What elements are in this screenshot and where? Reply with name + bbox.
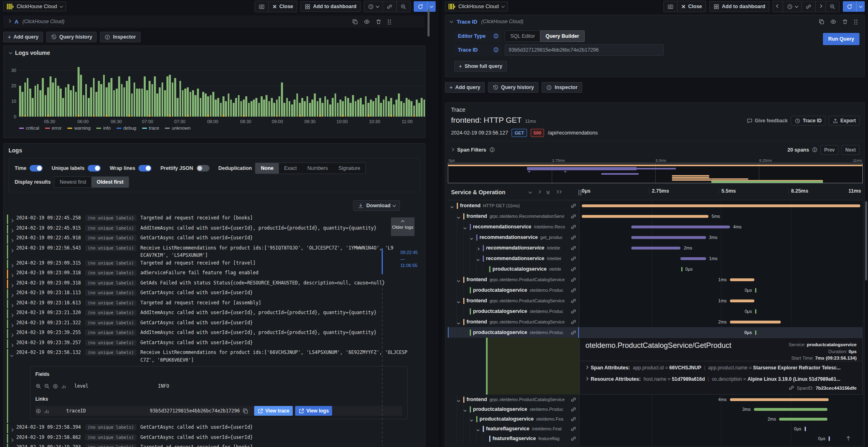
time-shift-back-button[interactable] bbox=[773, 1, 783, 12]
chevron-down-icon[interactable] bbox=[458, 213, 462, 219]
span-name-cell[interactable]: recommendationservice/otelde bbox=[448, 243, 579, 253]
log-row[interactable]: 2024-02-19 09:23:39.255(no unique labels… bbox=[6, 329, 395, 339]
span-attributes-row[interactable]: Span Attributes:app.product.id = 66VCHSJ… bbox=[585, 365, 857, 371]
chevron-right-icon[interactable] bbox=[11, 434, 16, 444]
add-to-dashboard-button[interactable]: Add to dashboard bbox=[709, 1, 769, 12]
span-name-cell[interactable]: recommendationserviceget_produc bbox=[448, 232, 579, 243]
span-event-tick[interactable] bbox=[681, 267, 682, 271]
log-row[interactable]: 2024-02-19 09:23:39.257(no unique labels… bbox=[6, 339, 395, 349]
zoom-out-button[interactable] bbox=[826, 1, 839, 12]
chevron-right-icon[interactable] bbox=[477, 245, 482, 251]
chevron-right-icon[interactable] bbox=[11, 309, 16, 319]
add-query-button[interactable]: +Add query bbox=[3, 32, 43, 42]
span-link-icon[interactable] bbox=[569, 416, 577, 422]
span-row[interactable]: recommendationservice/otelde2ms bbox=[448, 243, 863, 253]
unique-labels-toggle[interactable] bbox=[88, 165, 101, 171]
dedup-none[interactable]: None bbox=[255, 163, 279, 174]
trace-id-button[interactable]: Trace ID bbox=[791, 116, 825, 126]
span-name-cell[interactable]: productcatalogserviceoteldemo.Fea bbox=[448, 414, 579, 424]
legend-item-unknown[interactable]: unknown bbox=[165, 126, 190, 130]
legend-item-warning[interactable]: warning bbox=[67, 126, 91, 130]
span-row[interactable]: frontendgrpc.oteldemo.ProductCatalogServ… bbox=[448, 295, 863, 306]
span-link-icon[interactable] bbox=[569, 213, 577, 219]
share-link-button[interactable] bbox=[383, 1, 397, 12]
span-name-cell[interactable]: recommendationservice/oteldemo.Reco bbox=[448, 221, 579, 232]
span-row[interactable]: productcatalogserviceoteldemo.Produc0μs bbox=[448, 285, 863, 295]
chevron-down-icon[interactable] bbox=[464, 224, 469, 230]
pane-divider[interactable] bbox=[439, 0, 442, 447]
logs-volume-title[interactable]: Logs volume bbox=[9, 50, 50, 56]
field-row-level[interactable]: levelINFO bbox=[35, 382, 402, 391]
chevron-down-icon[interactable] bbox=[477, 256, 482, 262]
query-history-button[interactable]: Query history bbox=[46, 32, 97, 42]
span-duration-bar[interactable] bbox=[680, 257, 706, 260]
span-duration-bar[interactable] bbox=[754, 408, 827, 411]
log-row[interactable]: 2024-02-19 09:23:18.113(no unique labels… bbox=[6, 289, 395, 299]
download-button[interactable]: Download bbox=[353, 200, 400, 211]
span-link-icon[interactable] bbox=[569, 406, 577, 412]
resource-attributes-row[interactable]: Resource Attributes:host.name = 51d7989a… bbox=[585, 376, 857, 382]
chevron-down-icon[interactable] bbox=[458, 397, 462, 403]
logs-volume-chart[interactable]: 010203005:3006:0006:3007:0007:3008:0008:… bbox=[19, 67, 426, 117]
dedup-exact[interactable]: Exact bbox=[279, 163, 302, 174]
delete-query-icon[interactable] bbox=[376, 19, 382, 25]
span-name-cell[interactable]: frontendgrpc.oteldemo.RecommendationServ… bbox=[448, 211, 579, 221]
datasource-picker[interactable]: ClickHouse Cloud bbox=[3, 2, 66, 11]
datasource-picker[interactable]: ClickHouse Cloud bbox=[445, 2, 508, 11]
inspector-button[interactable]: Inspector bbox=[100, 32, 140, 42]
run-query-button[interactable]: Run Query bbox=[823, 33, 859, 45]
view-logs-button[interactable]: View logs bbox=[295, 406, 332, 416]
span-link-icon[interactable] bbox=[569, 436, 577, 442]
span-row[interactable]: recommendationservice/oteldemo.Reco4ms bbox=[448, 221, 863, 232]
target-icon[interactable] bbox=[35, 408, 41, 414]
split-pane-button[interactable] bbox=[664, 1, 678, 12]
span-name-cell[interactable]: productcatalogserviceoteldemo.Produc bbox=[448, 404, 579, 414]
log-row[interactable]: 2024-02-19 09:23:56.132(no unique labels… bbox=[6, 349, 395, 423]
next-button[interactable]: Next bbox=[842, 145, 859, 155]
tab-query-builder[interactable]: Query Builder bbox=[540, 30, 585, 42]
span-row[interactable]: featureflagservicefeatureflag0μs bbox=[448, 434, 863, 443]
delete-query-icon[interactable] bbox=[842, 19, 848, 25]
log-row[interactable]: 2024-02-19 09:22:45.258(no unique labels… bbox=[6, 214, 395, 224]
span-event-tick[interactable] bbox=[829, 436, 830, 441]
chevron-right-icon[interactable] bbox=[11, 289, 16, 299]
older-logs-button[interactable]: Older logs bbox=[391, 217, 415, 236]
duplicate-query-icon[interactable] bbox=[818, 19, 825, 25]
span-event-tick[interactable] bbox=[805, 427, 806, 431]
log-row[interactable]: 2024-02-19 09:23:18.613(no unique labels… bbox=[6, 299, 395, 309]
span-id[interactable]: SpanID: 7b23cec443156dfe bbox=[788, 385, 857, 391]
legend-item-error[interactable]: error bbox=[45, 126, 62, 130]
copy-icon[interactable] bbox=[242, 408, 248, 414]
log-row[interactable]: 2024-02-19 09:24:19.703(no unique labels… bbox=[6, 443, 395, 447]
dedup-signature[interactable]: Signature bbox=[333, 163, 366, 174]
duplicate-query-icon[interactable] bbox=[352, 19, 358, 25]
toggle-visibility-icon[interactable] bbox=[364, 19, 370, 25]
span-row[interactable]: productcatalogserviceoteldemo.Produc3ms bbox=[448, 404, 863, 414]
span-detail-card[interactable]: oteldemo.ProductCatalogService/GetProduc… bbox=[579, 338, 863, 395]
stats-icon[interactable] bbox=[44, 408, 50, 414]
close-split-button[interactable]: ✕Close bbox=[678, 1, 706, 12]
chevron-right-icon[interactable] bbox=[451, 148, 454, 151]
chevron-right-icon[interactable] bbox=[11, 423, 16, 434]
chevron-down-icon[interactable] bbox=[11, 349, 16, 359]
log-row[interactable]: 2024-02-19 09:23:09.318(no unique labels… bbox=[6, 279, 395, 289]
span-duration-bar[interactable] bbox=[631, 226, 730, 228]
span-row[interactable]: frontendgrpc.oteldemo.ProductCatalogServ… bbox=[448, 395, 863, 404]
chevron-right-icon[interactable] bbox=[11, 279, 16, 289]
span-name-cell[interactable]: productcatalogserviceoteldemo.Produc bbox=[448, 306, 579, 317]
tab-sql-editor[interactable]: SQL Editor bbox=[505, 31, 540, 41]
refresh-button[interactable] bbox=[843, 1, 865, 12]
target-icon[interactable] bbox=[52, 383, 58, 389]
log-row[interactable]: 2024-02-19 09:23:58.862(no unique labels… bbox=[6, 434, 395, 444]
span-link-icon[interactable] bbox=[569, 426, 577, 432]
time-shift-forward-button[interactable] bbox=[816, 1, 826, 12]
span-name-cell[interactable]: frontendgrpc.oteldemo.ProductCatalogServ… bbox=[448, 395, 579, 404]
span-event-tick[interactable] bbox=[755, 330, 756, 335]
search-minus-icon[interactable] bbox=[44, 383, 50, 389]
span-link-icon[interactable] bbox=[569, 397, 577, 403]
span-row[interactable]: frontendgrpc.oteldemo.ProductCatalogServ… bbox=[448, 317, 863, 327]
chevron-right-icon[interactable] bbox=[11, 339, 16, 349]
log-row[interactable]: 2024-02-19 09:23:21.322(no unique labels… bbox=[6, 319, 395, 329]
span-link-icon[interactable] bbox=[569, 256, 577, 262]
span-name-cell[interactable]: featureflagservicefeatureflag bbox=[448, 434, 579, 443]
